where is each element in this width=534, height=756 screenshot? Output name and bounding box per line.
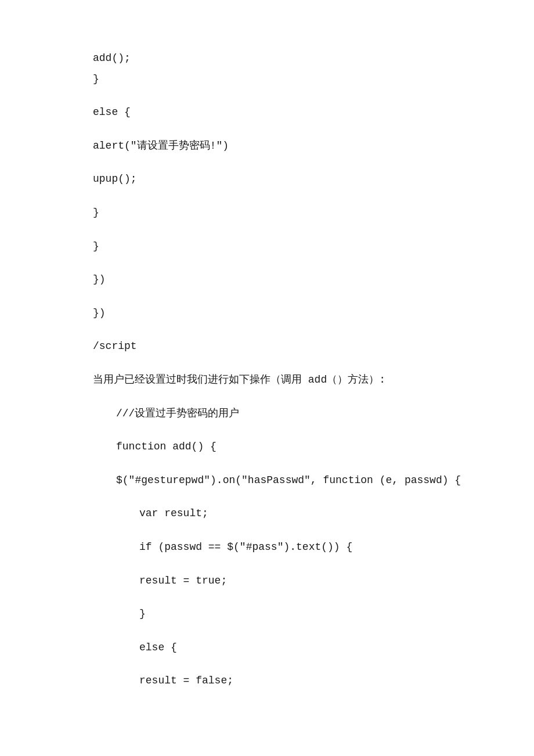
text-line: 当用户已经设置过时我们进行如下操作（调用 add（）方法）: xyxy=(46,369,488,390)
empty-line xyxy=(46,624,488,637)
code-line: $("#gesturepwd").on("hasPasswd", functio… xyxy=(46,470,488,491)
code-line: } xyxy=(46,69,488,89)
empty-line xyxy=(46,390,488,403)
empty-line xyxy=(46,524,488,537)
empty-line xyxy=(46,357,488,369)
code-line: }) xyxy=(46,269,488,290)
code-line: } xyxy=(46,202,488,223)
code-line: result = true; xyxy=(46,570,488,591)
code-line: function add() { xyxy=(46,436,488,457)
empty-line xyxy=(46,591,488,604)
code-line: ///设置过手势密码的用户 xyxy=(46,403,488,424)
empty-line xyxy=(46,491,488,503)
code-line: } xyxy=(46,236,488,257)
code-content: add();}else {alert("请设置手势密码!")upup();}}}… xyxy=(46,35,488,691)
empty-line xyxy=(46,257,488,269)
code-line: }) xyxy=(46,303,488,323)
empty-line xyxy=(46,223,488,236)
empty-line xyxy=(46,557,488,570)
empty-line xyxy=(46,89,488,102)
empty-line xyxy=(46,290,488,303)
code-line: result = false; xyxy=(46,670,488,691)
code-line: if (passwd == $("#pass").text()) { xyxy=(46,537,488,557)
empty-line xyxy=(46,189,488,202)
code-line: add(); xyxy=(46,48,488,69)
code-line: /script xyxy=(46,336,488,357)
empty-line xyxy=(46,156,488,169)
empty-line xyxy=(46,123,488,135)
code-line: upup(); xyxy=(46,168,488,189)
empty-line xyxy=(46,658,488,671)
code-line: } xyxy=(46,603,488,624)
code-line: alert("请设置手势密码!") xyxy=(46,135,488,156)
code-line: var result; xyxy=(46,503,488,524)
code-line: else { xyxy=(46,102,488,123)
code-line: else { xyxy=(46,637,488,658)
empty-line xyxy=(46,424,488,437)
empty-line xyxy=(46,457,488,470)
empty-line xyxy=(46,323,488,336)
empty-line xyxy=(46,35,488,48)
